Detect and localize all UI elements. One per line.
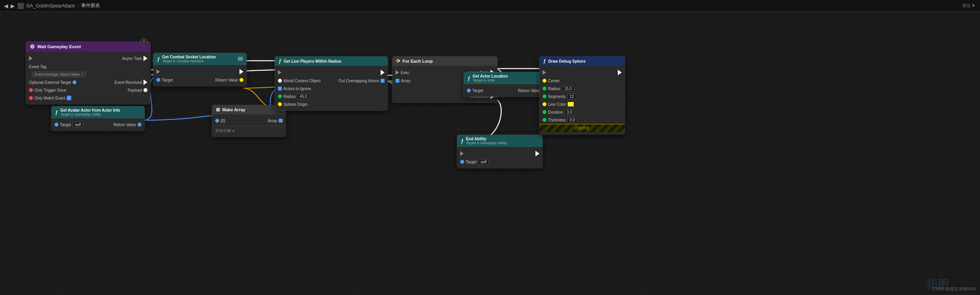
node-get-avatar[interactable]: ƒ Get Avatar Actor from Actor Info Targe… [51,106,145,131]
debugsphere-thickness-value: 0.0 [567,117,577,123]
avatar-return-label: Return Value [113,123,136,127]
node-get-actor-location[interactable]: ƒ Get Actor Location Target is Actor Tar… [463,72,550,97]
optional-ext-label: Optional External Target [29,80,71,85]
node-wait-gameplay-event[interactable]: ⏱ ⚙ Wait Gameplay Event Async Task Event… [25,41,151,105]
players-exec-row [275,68,388,77]
players-out-pin [381,79,385,83]
actorloc-return-label: Return Value [518,89,541,93]
debugsphere-exec-out [618,70,622,75]
debugsphere-color-pin [543,102,546,106]
avatar-subtitle: Target is Gameplay Ability [60,112,120,116]
breadcrumb-file[interactable]: GA_GoblinSpearAttack [26,3,75,9]
array-icon: ⊞ [216,107,220,112]
foreach-icon: ⟳ [396,58,400,64]
only-match-checkbox[interactable]: ✓ [67,96,71,100]
players-actors-pin [278,87,282,90]
actorloc-subtitle: Target is Actor [473,78,508,82]
node-combat-body: Target Return Value [153,65,247,86]
endability-subtitle: Target is Gameplay Ability [466,141,507,145]
endability-icon: ƒ [461,138,464,144]
combat-exec-row [153,67,247,76]
combat-return-label: Return Value [215,78,238,82]
players-title: Get Live Players Within Radius [284,59,341,63]
node-array-body: [0] Array 添加引脚 ⊕ [212,114,286,137]
endability-exec-in [460,151,464,156]
combat-target-row: Target Return Value [153,76,247,84]
tag-remove-btn[interactable]: ✕ [81,73,83,76]
combat-exec-in [156,69,160,74]
combat-title: Get Combat Socket Location [162,55,216,59]
combat-exec-out [240,69,243,74]
envelope-icon: ✉ [238,55,243,63]
players-radius-pin [278,94,282,98]
avatar-return-pin [138,123,142,127]
event-received-label: Event Received [114,80,142,85]
node-live-players[interactable]: ƒ Get Live Players Within Radius World C… [274,56,388,111]
debugsphere-icon: ƒ [543,58,546,64]
wait-event-received-row: Optional External Target Event Received [26,78,151,86]
players-actors-label: Actors to Ignore [283,87,311,91]
node-draw-debug-sphere[interactable]: ƒ Draw Debug Sphere Center [539,56,625,135]
node-avatar-header: ƒ Get Avatar Actor from Actor Info Targe… [51,106,145,118]
debugsphere-exec-in [543,70,546,75]
debugsphere-duration-row: Duration 3.0 [539,108,625,116]
foreach-array-in-pin [396,79,399,83]
breadcrumb-page: 事件图表 [81,2,100,9]
players-world-row: World Context Object Out Overlapping Act… [275,77,388,85]
nav-back[interactable]: ◀ [4,3,8,9]
actorloc-target-row: Target Return Value [464,87,549,94]
wait-trigger-row: Only Trigger Once Payload [26,86,151,94]
combat-return-pin [240,78,243,82]
wait-event-tag-row: Event Tag [26,63,151,71]
players-out-label: Out Overlapping Actors [339,79,379,83]
node-endability-body: Target self [457,147,543,168]
endability-target-pin [460,160,464,164]
optional-pin [73,80,76,84]
only-match-label: Only Match Exact [34,96,65,100]
debugsphere-color-swatch [568,102,574,107]
debugsphere-radius-label: Radius [548,87,560,91]
debugsphere-thickness-row: Thickness 0.0 [539,116,625,124]
wait-exec-row: Async Task [26,54,151,63]
node-actorloc-header: ƒ Get Actor Location Target is Actor [464,72,549,84]
combat-icon: ƒ [157,56,160,62]
debugsphere-color-row: Line Color [539,100,625,108]
debugsphere-center-pin [543,79,546,83]
wait-title: Wait Gameplay Event [37,44,81,49]
array-add-pin-btn[interactable]: 添加引脚 ⊕ [212,127,286,134]
array-out-pin [279,119,283,123]
array-item-label: [0] [221,119,225,123]
combat-subtitle: Target is Combat Interface [162,59,216,63]
event-tag-badge: Event.Montage.Attack.Melee ✕ [32,72,86,77]
array-divider [212,126,286,126]
node-end-ability[interactable]: ƒ End Ability Target is Gameplay Ability… [457,134,543,168]
node-foreach-header: ⟳ For Each Loop [392,56,497,66]
wait-async-pin [143,56,147,61]
topbar: ◀ ▶ ⬛ GA_GoblinSpearAttack › 事件图表 播放 ▶ [0,0,980,12]
app-icon: ⬛ [17,3,24,9]
endability-target-label: Target [466,160,477,164]
nav-forward[interactable]: ▶ [11,3,15,9]
debugsphere-radius-pin [543,87,546,90]
avatar-target-label: Target [60,123,71,127]
node-combat-socket[interactable]: ƒ Get Combat Socket Location Target is C… [153,52,247,87]
array-item-pin [215,119,219,123]
node-combat-header: ƒ Get Combat Socket Location Target is C… [153,53,247,65]
node-wait-body: Async Task Event Tag Event.Montage.Attac… [26,52,151,104]
combat-target-pin [156,78,160,82]
payload-pin [143,88,147,92]
debugsphere-exec-row [539,68,625,77]
endability-target-row: Target self [457,158,543,166]
debugsphere-segments-pin [543,94,546,98]
debugsphere-thickness-pin [543,118,546,122]
foreach-exec-in [396,70,399,75]
players-sphere-pin [278,102,282,106]
avatar-target-value: self [73,122,83,128]
avatar-target-in-pin [54,123,58,127]
debugsphere-thickness-label: Thickness [548,118,566,122]
actorloc-title: Get Actor Location [473,74,508,78]
debugsphere-center-row: Center [539,77,625,85]
avatar-target-row: Target self Return Value [51,121,145,128]
event-received-pin [143,80,147,85]
combat-target-label: Target [162,78,173,82]
